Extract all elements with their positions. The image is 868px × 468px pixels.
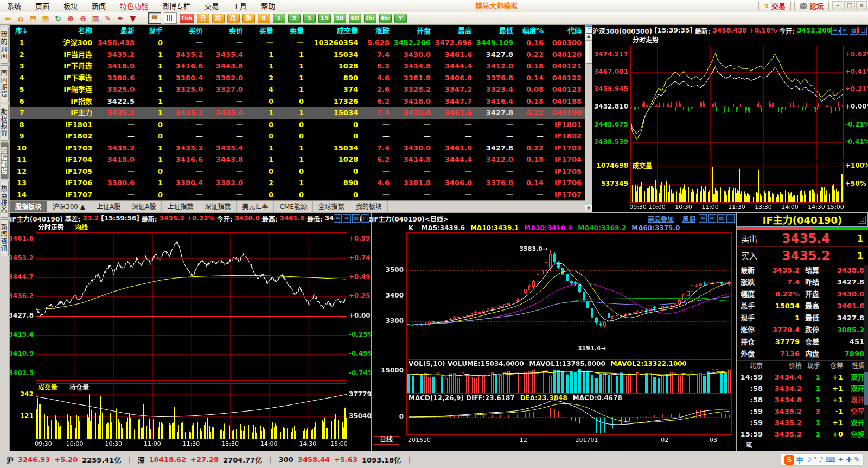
home-icon[interactable]: ⌂ — [16, 14, 25, 23]
quote-view-icon[interactable]: ▤ — [148, 12, 161, 24]
sogou-logo-icon[interactable]: S — [784, 455, 794, 465]
quote-tab-1[interactable]: 上证A股 — [91, 201, 126, 213]
menu-pobo-column[interactable]: 澎博专栏 — [155, 1, 197, 12]
sidebar-tab-1[interactable]: 国内期货 — [1, 65, 9, 102]
ts-row[interactable]: :593435.23-1空平 — [737, 406, 868, 417]
menu-trade[interactable]: 交易 — [197, 1, 226, 12]
ask-row[interactable]: 卖出 3435.4 1 — [737, 230, 868, 247]
keyboard-icon[interactable]: ⌨ — [826, 456, 836, 464]
tab-detail[interactable]: 笔 — [739, 441, 760, 451]
nav-right-icon[interactable]: ⇨ — [708, 214, 716, 223]
period-15-button[interactable]: 15 — [318, 14, 331, 23]
filter-icon[interactable]: ▼ — [128, 14, 138, 23]
split-view-icon[interactable]: ▤ — [850, 27, 858, 35]
period-Y-button[interactable]: Y — [394, 14, 407, 23]
period-月-button[interactable]: 月 — [227, 14, 240, 23]
menu-tools[interactable]: 工具 — [226, 1, 254, 12]
col-header-1[interactable]: 名称 — [34, 25, 95, 37]
bid-row[interactable]: 买入 3435.2 1 — [737, 247, 868, 264]
period-4hr-button[interactable]: 4hr — [379, 14, 392, 23]
nav-left-icon[interactable]: ⇦ — [699, 214, 707, 223]
split-view-icon[interactable]: ▤ — [352, 214, 360, 223]
maximize-icon[interactable]: □ — [361, 214, 369, 223]
col-header-0[interactable]: 序↓ — [10, 25, 34, 37]
forum-button[interactable]: ···论坛 — [794, 1, 829, 11]
quote-tab-4[interactable]: 深证指数 — [199, 201, 237, 213]
menu-help[interactable]: 帮助 — [254, 1, 282, 12]
menu-features[interactable]: 特色功能 — [113, 1, 155, 12]
pencil-icon[interactable]: ✎ — [103, 14, 113, 23]
menu-sector[interactable]: 板块 — [56, 1, 85, 12]
panel-scrollbar[interactable] — [864, 265, 868, 439]
table-row[interactable]: 9IF1802—0——000—————IF1802 — [10, 130, 585, 142]
if-daily-kline-chart[interactable] — [372, 224, 736, 451]
menu-news[interactable]: 新闻 — [85, 1, 113, 12]
quote-icon[interactable]: ’ — [814, 456, 816, 464]
col-header-12[interactable]: 最低 — [475, 25, 516, 37]
close-button[interactable]: × — [856, 1, 867, 10]
pen-icon[interactable]: ✒ — [116, 14, 125, 23]
wrench-icon[interactable]: ✎ — [854, 456, 860, 464]
period-30-button[interactable]: 30 — [334, 14, 346, 23]
period-季-button[interactable]: 季 — [242, 14, 255, 23]
zoom-out-icon[interactable]: ⊖ — [78, 14, 88, 23]
col-header-2[interactable]: 最新 — [95, 25, 138, 37]
ts-row[interactable]: 15:593435.21+0空换 — [737, 428, 868, 440]
scroll-up-icon[interactable]: ▲ — [585, 33, 592, 41]
period-X-button[interactable]: X — [258, 14, 270, 23]
period-周-button[interactable]: 周 — [212, 14, 225, 23]
menu-page[interactable]: 页面 — [28, 1, 56, 12]
col-header-6[interactable]: 买量 — [246, 25, 277, 37]
ts-row[interactable]: :583434.21+1双开 — [737, 383, 868, 394]
split-view-icon[interactable]: ▤ — [717, 214, 725, 223]
lang-zh-icon[interactable]: 中 — [796, 454, 803, 465]
col-header-10[interactable]: 开盘 — [393, 25, 434, 37]
calendar-icon[interactable]: ▦ — [41, 14, 50, 23]
sidebar-tab-2[interactable]: 期权报价 — [1, 104, 9, 141]
moon-icon[interactable]: ☽ — [806, 456, 812, 464]
sidebar-tab-0[interactable]: 我的页面 — [1, 27, 9, 64]
period-60-button[interactable]: 60 — [349, 14, 361, 23]
col-header-3[interactable]: 现手 — [138, 25, 166, 37]
table-row[interactable]: 14IF1707—0——000—————IF1707 — [10, 189, 585, 201]
maximize-button[interactable]: □ — [844, 1, 855, 10]
nav-right-icon[interactable]: ⇨ — [840, 27, 848, 35]
period-link[interactable]: 周期 — [682, 216, 695, 223]
period-3-button[interactable]: 3 — [288, 14, 301, 23]
period-1-button[interactable]: 1 — [273, 14, 285, 23]
table-row[interactable]: 10IF17033435.213435.23435.411150347.4343… — [10, 142, 585, 154]
quote-tab-active[interactable]: 股指板块 — [10, 201, 47, 213]
col-header-11[interactable]: 最高 — [434, 25, 475, 37]
quote-tab-3[interactable]: 上证指数 — [162, 201, 199, 213]
report-icon[interactable]: ▤ — [28, 14, 38, 23]
table-row[interactable]: 13IF17063380.613380.43382.0218904.63381.… — [10, 177, 585, 189]
table-row[interactable]: 7IF主力3435.213435.23435.411150347.43430.0… — [10, 107, 585, 119]
menu-system[interactable]: 系统 — [0, 1, 28, 12]
mic-icon[interactable]: ♪ — [819, 456, 823, 464]
person-icon[interactable]: ✦ — [838, 456, 844, 464]
quote-tab-0[interactable]: 沪深300 ▲ — [47, 201, 91, 213]
table-row[interactable]: 8IF1801—0——000—————IF1801 — [10, 119, 585, 131]
nav-right-icon[interactable]: ⇨ — [343, 214, 351, 223]
trade-button[interactable]: ↯交易 — [758, 1, 791, 11]
col-header-8[interactable]: 成交量 — [307, 25, 361, 37]
ts-row[interactable]: 14:593434.41+1双开 — [737, 371, 868, 383]
col-header-9[interactable]: 涨跌 — [361, 25, 393, 37]
back-icon[interactable]: ← — [3, 14, 13, 23]
maximize-icon[interactable]: □ — [726, 214, 735, 223]
minimize-button[interactable]: – — [832, 1, 843, 10]
col-header-7[interactable]: 卖量 — [277, 25, 307, 37]
quote-tab-6[interactable]: CME能源 — [274, 201, 312, 213]
refresh-icon[interactable]: ↻ — [53, 14, 63, 23]
period-5-button[interactable]: 5 — [303, 14, 316, 23]
maximize-icon[interactable]: □ — [859, 27, 867, 35]
scroll-down-icon[interactable]: ▼ — [585, 205, 592, 212]
zoom-in-icon[interactable]: ⊕ — [66, 14, 75, 23]
table-row[interactable]: 3IF下月连3418.013416.63443.81110286.23414.8… — [10, 60, 585, 72]
col-header-14[interactable]: 代码 — [547, 25, 585, 37]
sidebar-tab-3[interactable]: 股指期货 — [1, 142, 9, 179]
nav-left-icon[interactable]: ⇦ — [334, 214, 342, 223]
overlay-link[interactable]: 商品叠加 — [648, 216, 674, 223]
blocks-icon[interactable]: ▧ — [91, 14, 100, 23]
table-row[interactable]: 1沪深3003458.4380————1032603545.6283452.20… — [10, 37, 585, 49]
